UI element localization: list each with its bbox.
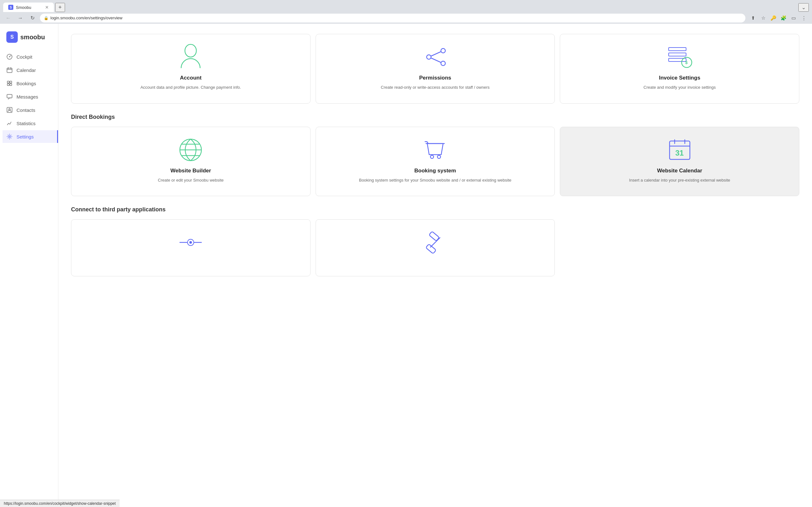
svg-rect-15 bbox=[669, 53, 686, 56]
tab-close-button[interactable]: ✕ bbox=[45, 5, 49, 10]
messages-label: Messages bbox=[16, 94, 38, 100]
permissions-card-title: Permissions bbox=[419, 75, 451, 81]
svg-rect-5 bbox=[7, 83, 9, 86]
permissions-card-desc: Create read-only or write-access account… bbox=[381, 84, 490, 91]
svg-point-20 bbox=[430, 155, 434, 158]
website-calendar-card-desc: Insert a calendar into your pre-existing… bbox=[629, 177, 730, 183]
booking-system-card-desc: Booking system settings for your Smoobu … bbox=[359, 177, 512, 183]
tab-favicon: S bbox=[8, 5, 13, 10]
direct-bookings-section-title: Direct Bookings bbox=[71, 114, 799, 120]
status-bar: https://login.smoobu.com/en/cockpit/widg… bbox=[0, 500, 119, 507]
contacts-label: Contacts bbox=[16, 107, 35, 113]
channel-manager-card[interactable] bbox=[71, 219, 310, 276]
booking-system-card-title: Booking system bbox=[414, 168, 456, 174]
svg-text:31: 31 bbox=[675, 149, 684, 157]
sidebar-item-messages[interactable]: Messages bbox=[3, 90, 55, 103]
invoice-card-title: Invoice Settings bbox=[659, 75, 700, 81]
sidebar-item-cockpit[interactable]: Cockpit bbox=[3, 50, 55, 63]
lock-icon: 🔒 bbox=[44, 16, 49, 20]
account-card[interactable]: Account Account data and profile picture… bbox=[71, 34, 310, 104]
toggle-icon bbox=[178, 230, 203, 255]
website-builder-card-title: Website Builder bbox=[170, 168, 211, 174]
cockpit-icon bbox=[6, 54, 13, 60]
sidebar-item-settings[interactable]: Settings bbox=[3, 130, 58, 143]
sidebar: S smoobu Cockpit bbox=[0, 24, 58, 507]
menu-button[interactable]: ⋮ bbox=[799, 14, 808, 22]
website-builder-icon bbox=[178, 137, 203, 163]
svg-rect-14 bbox=[669, 48, 686, 51]
tab-bar: S Smoobu ✕ + ⌄ bbox=[0, 0, 812, 12]
share-button[interactable]: ⬆ bbox=[749, 14, 757, 22]
account-card-desc: Account data and profile picture. Change… bbox=[141, 84, 241, 91]
address-bar: ← → ↻ 🔒 login.smoobu.com/en/settings/ove… bbox=[0, 12, 812, 24]
password-button[interactable]: 🔑 bbox=[769, 14, 778, 22]
website-calendar-card-title: Website Calendar bbox=[657, 168, 702, 174]
app-layout: S smoobu Cockpit bbox=[0, 24, 812, 507]
active-tab[interactable]: S Smoobu ✕ bbox=[3, 3, 54, 12]
svg-rect-4 bbox=[10, 81, 12, 83]
calendar-label: Calendar bbox=[16, 67, 36, 73]
back-button[interactable]: ← bbox=[4, 14, 13, 22]
sidebar-toggle-button[interactable]: ▭ bbox=[789, 14, 798, 22]
direct-bookings-cards-grid: Website Builder Create or edit your Smoo… bbox=[71, 127, 799, 196]
svg-rect-6 bbox=[10, 83, 12, 86]
forward-button[interactable]: → bbox=[16, 14, 25, 22]
booking-system-card[interactable]: Booking system Booking system settings f… bbox=[316, 127, 555, 196]
bookings-icon bbox=[6, 80, 13, 87]
svg-point-26 bbox=[189, 241, 192, 244]
third-party-cards-grid bbox=[71, 219, 799, 276]
settings-icon bbox=[6, 133, 13, 140]
url-bar[interactable]: 🔒 login.smoobu.com/en/settings/overview bbox=[40, 14, 745, 22]
svg-point-9 bbox=[9, 109, 10, 110]
svg-point-21 bbox=[438, 155, 441, 158]
sidebar-item-bookings[interactable]: Bookings bbox=[3, 77, 55, 90]
calendar-icon bbox=[6, 67, 13, 73]
url-text: login.smoobu.com/en/settings/overview bbox=[50, 15, 122, 20]
svg-rect-7 bbox=[7, 95, 12, 98]
logo-text: smoobu bbox=[20, 34, 45, 41]
bookmark-button[interactable]: ☆ bbox=[759, 14, 768, 22]
account-icon bbox=[178, 44, 203, 70]
sidebar-item-calendar[interactable]: Calendar bbox=[3, 64, 55, 76]
cockpit-label: Cockpit bbox=[16, 54, 32, 60]
extensions-button[interactable]: 🧩 bbox=[779, 14, 788, 22]
link-icon bbox=[422, 230, 448, 255]
booking-system-icon bbox=[422, 137, 448, 163]
tab-title: Smoobu bbox=[16, 5, 31, 10]
logo-icon: S bbox=[6, 32, 18, 43]
api-card[interactable] bbox=[316, 219, 555, 276]
sidebar-logo: S smoobu bbox=[0, 29, 58, 50]
logo-box: S smoobu bbox=[6, 32, 52, 43]
sidebar-item-contacts[interactable]: Contacts bbox=[3, 104, 55, 116]
tab-menu-button[interactable]: ⌄ bbox=[798, 3, 809, 12]
sidebar-item-statistics[interactable]: Statistics bbox=[3, 117, 55, 130]
website-calendar-card[interactable]: 31 Website Calendar Insert a calendar in… bbox=[560, 127, 799, 196]
settings-label: Settings bbox=[16, 134, 34, 139]
messages-icon bbox=[6, 94, 13, 100]
svg-rect-29 bbox=[426, 244, 436, 254]
new-tab-button[interactable]: + bbox=[55, 3, 65, 12]
third-party-section-title: Connect to third party applications bbox=[71, 206, 799, 213]
website-builder-card-desc: Create or edit your Smoobu website bbox=[158, 177, 223, 183]
invoice-card-desc: Create and modify your invoice settings bbox=[644, 84, 716, 91]
bookings-label: Bookings bbox=[16, 81, 36, 86]
svg-rect-2 bbox=[7, 68, 12, 72]
sidebar-navigation: Cockpit Calendar bbox=[0, 50, 58, 143]
svg-point-11 bbox=[426, 55, 431, 59]
invoice-settings-card[interactable]: $ Invoice Settings Create and modify you… bbox=[560, 34, 799, 104]
account-card-title: Account bbox=[180, 75, 201, 81]
account-cards-grid: Account Account data and profile picture… bbox=[71, 34, 799, 104]
svg-text:$: $ bbox=[685, 60, 688, 65]
permissions-card[interactable]: Permissions Create read-only or write-ac… bbox=[316, 34, 555, 104]
browser-chrome: S Smoobu ✕ + ⌄ ← → ↻ 🔒 login.smoobu.com/… bbox=[0, 0, 812, 24]
svg-point-12 bbox=[441, 49, 445, 53]
reload-button[interactable]: ↻ bbox=[28, 14, 37, 22]
svg-point-13 bbox=[441, 61, 445, 66]
statistics-icon bbox=[6, 120, 13, 126]
website-builder-card[interactable]: Website Builder Create or edit your Smoo… bbox=[71, 127, 310, 196]
website-calendar-icon: 31 bbox=[667, 137, 693, 163]
status-bar-text: https://login.smoobu.com/en/cockpit/widg… bbox=[4, 501, 116, 506]
svg-point-10 bbox=[9, 136, 10, 137]
contacts-icon bbox=[6, 107, 13, 113]
svg-rect-3 bbox=[7, 81, 9, 83]
